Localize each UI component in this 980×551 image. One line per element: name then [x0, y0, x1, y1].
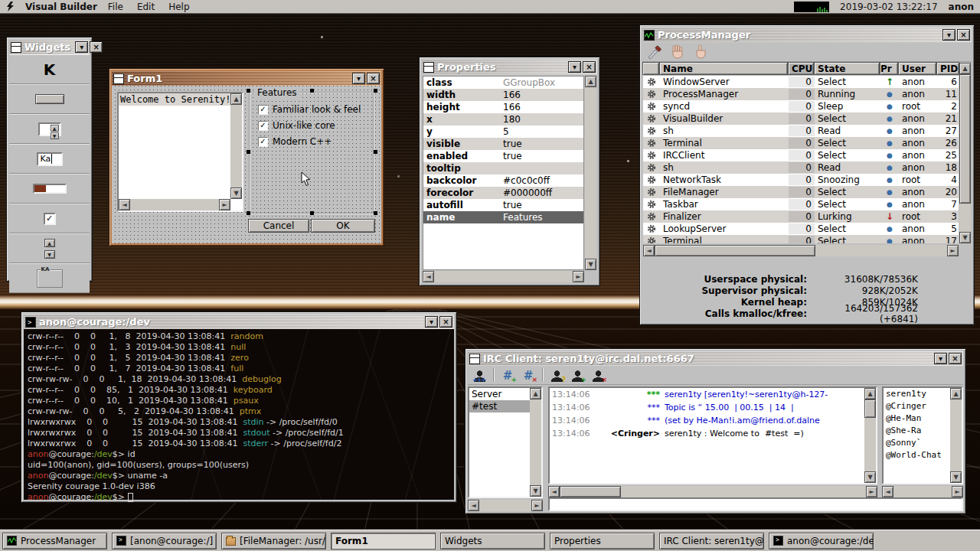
menu-file[interactable]: File — [108, 2, 123, 12]
process-table-hscrollbar[interactable]: ◄► — [643, 245, 959, 256]
scroll-right-icon[interactable]: ► — [531, 500, 543, 511]
process-row-VisualBuilder[interactable]: VisualBuilder0Select●anon21 — [643, 112, 959, 125]
palette-scrollbar-tool[interactable]: ▲▼ — [9, 233, 90, 263]
scrollbar-track[interactable] — [585, 87, 596, 259]
scroll-right-icon[interactable]: ► — [952, 486, 963, 497]
scroll-down-icon[interactable]: ▼ — [530, 485, 541, 497]
chat-vscrollbar[interactable]: ▲▼ — [864, 388, 876, 483]
scrollbar-track[interactable] — [434, 271, 573, 282]
column-header-Pr[interactable]: Pr — [880, 62, 898, 75]
column-header-User[interactable]: User — [898, 62, 936, 75]
scrollbar-thumb[interactable] — [959, 74, 971, 204]
user-query-icon[interactable]: ? — [550, 369, 564, 382]
property-row-forecolor[interactable]: forecolor#000000ff — [423, 187, 583, 199]
menu-help[interactable]: Help — [168, 2, 189, 12]
selection-handle[interactable] — [247, 150, 250, 154]
taskbar-button-anon-courage-dev[interactable]: >anon@courage:/dev — [769, 533, 874, 549]
selection-handle[interactable] — [247, 89, 250, 93]
terminal-output[interactable]: crw-r--r-- 0 0 1, 8 2019-04-30 13:08:41 … — [24, 329, 454, 500]
member-item[interactable]: @World-Chat — [884, 449, 951, 461]
scrollbar-track[interactable] — [130, 199, 219, 210]
scrollbar-track[interactable] — [959, 74, 971, 232]
selection-handle[interactable] — [374, 150, 377, 154]
ok-button[interactable]: OK — [311, 219, 375, 233]
scrollbar-track[interactable] — [530, 399, 541, 485]
process-manager-titlebar[interactable]: ProcessManager ▾× — [642, 28, 972, 42]
scroll-up-icon[interactable]: ▲ — [950, 388, 962, 399]
properties-vscrollbar[interactable]: ▲▼ — [585, 76, 596, 270]
designed-text-editor[interactable]: Welcome to Serenity! ▲▼ ◄► — [117, 92, 243, 212]
close-button[interactable]: × — [367, 73, 380, 84]
terminal-titlebar[interactable]: > anon@courage:/dev ▾× — [24, 315, 454, 329]
close-button[interactable]: × — [583, 61, 596, 73]
column-header-State[interactable]: State — [814, 62, 880, 75]
form1-titlebar[interactable]: Form1 ▾× — [112, 71, 381, 86]
chat-log[interactable]: 13:14:06***seren1ty [seren1ty!~seren1ty@… — [548, 386, 877, 484]
app-menu-title[interactable]: Visual Builder — [25, 2, 97, 12]
palette-checkbox-tool[interactable]: ✓ — [9, 204, 90, 233]
scrollbar-track[interactable] — [893, 486, 952, 497]
property-row-autofill[interactable]: autofilltrue — [423, 199, 583, 211]
feature-checkbox[interactable]: ✓Unix-like core — [258, 120, 373, 131]
process-row-Finalizer[interactable]: Finalizer0Lurking↓root3 — [643, 210, 959, 223]
scrollbar-thumb[interactable] — [560, 486, 621, 497]
member-item[interactable]: @He-Man — [884, 412, 951, 425]
close-button[interactable]: × — [957, 29, 970, 41]
scroll-left-icon[interactable]: ◄ — [119, 199, 130, 210]
channel-list-hscrollbar[interactable]: ◄► — [468, 500, 543, 511]
channel-item-Server[interactable]: Server — [469, 388, 531, 400]
irc-titlebar[interactable]: IRC Client: seren1ty@irc.dal.net:6667 ▾× — [468, 351, 963, 366]
scroll-down-icon[interactable]: ▼ — [950, 471, 962, 483]
selection-handle[interactable] — [374, 211, 377, 215]
scroll-left-icon[interactable]: ◄ — [548, 486, 560, 497]
column-header-icon[interactable] — [642, 62, 659, 75]
close-button[interactable]: × — [90, 41, 103, 53]
scrollbar-thumb[interactable] — [655, 245, 815, 256]
process-row-FileManager[interactable]: FileManager0Select●anon20 — [643, 186, 959, 198]
close-button[interactable]: × — [949, 353, 962, 364]
property-row-height[interactable]: height166 — [423, 101, 583, 113]
process-table-vscrollbar[interactable]: ▲▼ — [959, 63, 971, 243]
scroll-up-icon[interactable]: ▲ — [959, 63, 971, 74]
taskbar-button-irc-client-seren1ty-i-[interactable]: IRC Client: seren1ty@i... — [659, 533, 764, 549]
palette-progressbar-tool[interactable] — [9, 174, 90, 204]
feature-checkbox[interactable]: ✓Modern C++ — [258, 136, 373, 147]
system-menu-icon[interactable] — [6, 2, 15, 11]
chat-hscrollbar[interactable]: ◄► — [548, 486, 877, 497]
scroll-up-icon[interactable]: ▲ — [230, 93, 242, 105]
property-row-tooltip[interactable]: tooltip — [423, 162, 583, 174]
member-list[interactable]: seren1ty@Cringer@He-Man@She-Ra@Sonny`@Wo… — [882, 386, 963, 484]
scrollbar-track[interactable] — [655, 245, 947, 256]
scroll-left-icon[interactable]: ◄ — [882, 486, 893, 497]
property-row-class[interactable]: classGGroupBox — [423, 77, 583, 89]
column-header-PID[interactable]: PID — [936, 62, 959, 75]
scroll-down-icon[interactable]: ▼ — [585, 259, 596, 270]
taskbar-button--filemanager-usr-[interactable]: [FileManager: /usr/... — [221, 533, 326, 549]
process-row-syncd[interactable]: syncd0Sleep●root2 — [643, 100, 959, 112]
minimize-button[interactable]: ▾ — [425, 316, 438, 328]
selection-handle[interactable] — [374, 89, 377, 93]
scrollbar-thumb[interactable] — [864, 399, 876, 418]
minimize-button[interactable]: ▾ — [352, 73, 365, 84]
editor-hscrollbar[interactable]: ◄► — [119, 199, 230, 210]
scroll-left-icon[interactable]: ◄ — [423, 271, 434, 282]
properties-hscrollbar[interactable]: ◄► — [423, 271, 584, 282]
join-channel-icon[interactable]: #+ — [501, 369, 514, 382]
channel-list-vscrollbar[interactable]: ▲▼ — [530, 388, 541, 497]
stop-process-icon[interactable] — [670, 44, 685, 60]
property-row-y[interactable]: y5 — [423, 126, 583, 138]
taskbar-button--anon-courage-[interactable]: >[anon@courage:/] — [112, 533, 217, 549]
member-item[interactable]: @She-Ra — [884, 425, 951, 437]
column-header-CPU[interactable]: CPU — [788, 62, 814, 75]
process-row-IRCClient[interactable]: IRCClient0Select●anon25 — [643, 149, 959, 161]
property-row-visible[interactable]: visibletrue — [423, 138, 583, 150]
continue-process-icon[interactable] — [693, 44, 708, 60]
selection-handle[interactable] — [247, 211, 250, 215]
scrollbar-track[interactable] — [479, 500, 531, 511]
widgets-titlebar[interactable]: Widgets ▾× — [9, 40, 90, 54]
whois-icon[interactable]: +++ — [472, 369, 486, 382]
minimize-button[interactable]: ▾ — [75, 41, 88, 53]
irc-message-input[interactable] — [548, 497, 963, 511]
process-row-sh[interactable]: sh0Read●anon18 — [643, 161, 959, 174]
menu-edit[interactable]: Edit — [137, 2, 155, 12]
